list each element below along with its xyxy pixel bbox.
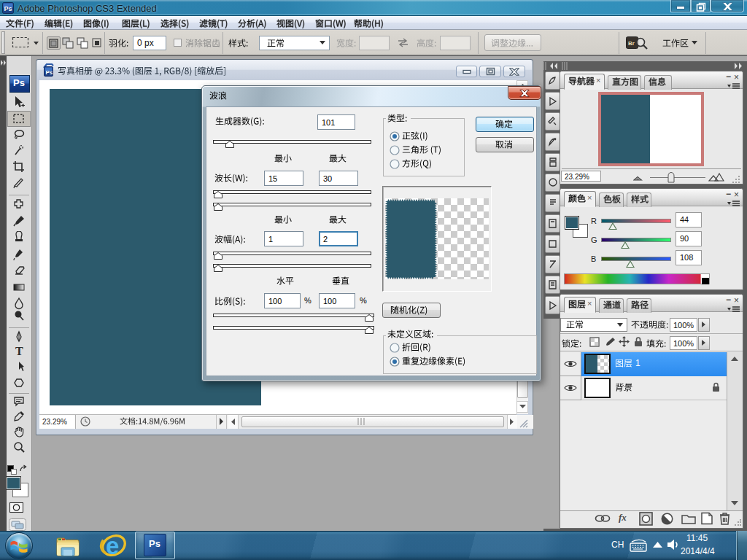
svg-text:Br: Br (628, 40, 635, 47)
svg-text:e: e (106, 532, 119, 559)
svg-text:Ps: Ps (4, 5, 12, 12)
svg-text:Ps: Ps (46, 69, 53, 76)
svg-text:T: T (15, 345, 23, 357)
